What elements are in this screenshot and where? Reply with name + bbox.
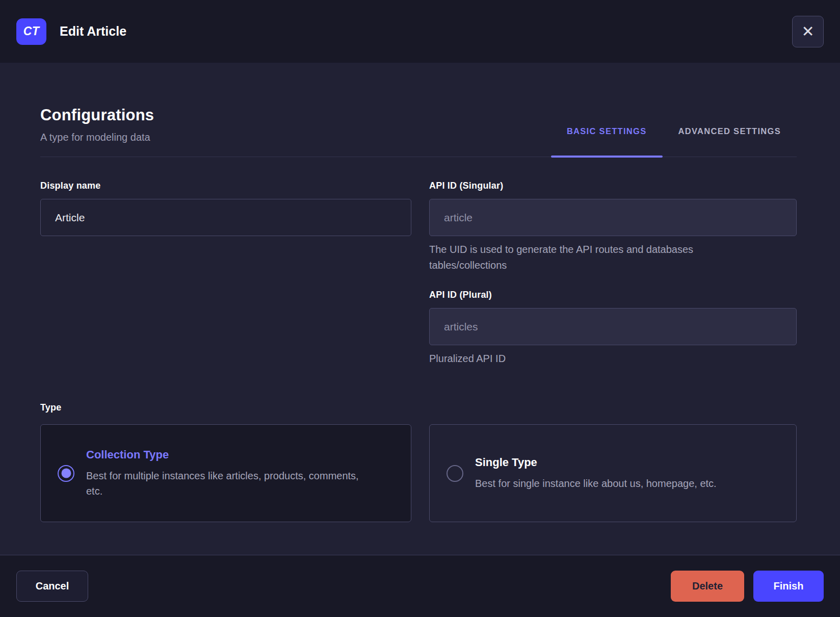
- single-type-radio[interactable]: [447, 465, 463, 482]
- api-id-plural-label: API ID (Plural): [429, 290, 797, 300]
- modal-title: Edit Article: [60, 24, 126, 39]
- single-type-title: Single Type: [475, 456, 717, 469]
- modal-body: Configurations A type for modeling data …: [0, 63, 840, 555]
- single-type-card[interactable]: Single Type Best for single instance lik…: [429, 424, 797, 522]
- collection-type-radio[interactable]: [58, 465, 74, 482]
- api-id-plural-hint: Pluralized API ID: [429, 351, 797, 367]
- edit-article-modal: CT Edit Article ✕ Configurations A type …: [0, 0, 840, 617]
- display-name-input[interactable]: [40, 199, 411, 236]
- collection-type-card[interactable]: Collection Type Best for multiple instan…: [40, 424, 411, 522]
- settings-tabs: BASIC SETTINGS ADVANCED SETTINGS: [551, 106, 797, 157]
- api-id-singular-input[interactable]: [429, 199, 797, 236]
- modal-footer: Cancel Delete Finish: [0, 555, 840, 617]
- close-icon: ✕: [801, 24, 814, 39]
- section-header: Configurations A type for modeling data …: [40, 106, 797, 157]
- tab-advanced-settings[interactable]: ADVANCED SETTINGS: [663, 106, 797, 157]
- delete-button[interactable]: Delete: [671, 571, 744, 602]
- page-title: Configurations: [40, 106, 154, 124]
- finish-button[interactable]: Finish: [753, 571, 824, 602]
- api-id-singular-hint: The UID is used to generate the API rout…: [429, 242, 755, 273]
- configuration-form: Display name API ID (Singular) The UID i…: [40, 181, 797, 367]
- cancel-button[interactable]: Cancel: [16, 571, 88, 602]
- modal-header: CT Edit Article ✕: [0, 0, 840, 63]
- api-id-plural-input[interactable]: [429, 308, 797, 345]
- display-name-label: Display name: [40, 181, 411, 191]
- close-button[interactable]: ✕: [792, 16, 824, 47]
- tab-basic-settings[interactable]: BASIC SETTINGS: [551, 106, 663, 157]
- collection-type-title: Collection Type: [86, 448, 372, 461]
- single-type-description: Best for single instance like about us, …: [475, 476, 717, 491]
- api-id-singular-label: API ID (Singular): [429, 181, 797, 191]
- collection-type-description: Best for multiple instances like article…: [86, 468, 372, 499]
- type-section: Type Collection Type Best for multiple i…: [40, 402, 797, 522]
- page-subtitle: A type for modeling data: [40, 132, 154, 143]
- content-type-badge-icon: CT: [16, 18, 46, 45]
- type-label: Type: [40, 402, 797, 413]
